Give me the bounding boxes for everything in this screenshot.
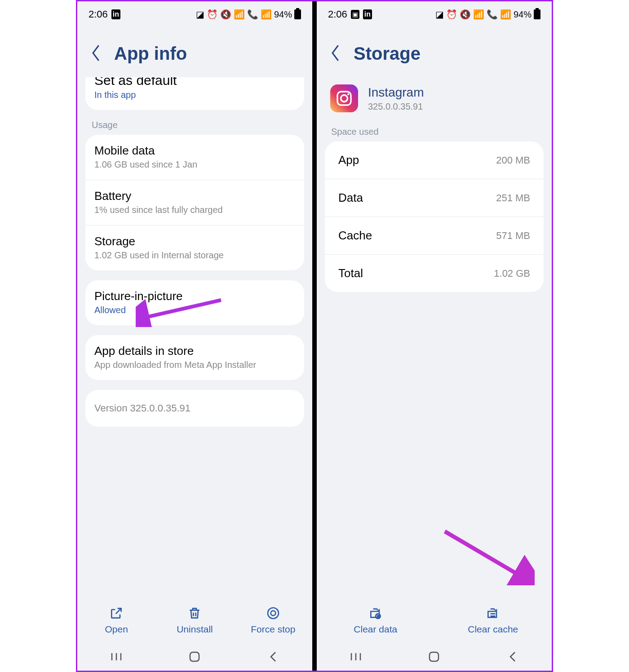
gallery-icon: ▣ — [351, 10, 359, 19]
phone-right: 2:06 ▣ in ◪ ⏰ 🔇 📶 📞 📶 94% Storage — [317, 1, 552, 671]
svg-line-10 — [445, 531, 521, 576]
app-name: Instagram — [368, 85, 424, 100]
clock: 2:06 — [328, 9, 347, 20]
linkedin-icon: in — [363, 9, 372, 19]
cache-size-row: Cache 571 MB — [325, 217, 544, 255]
store-card[interactable]: App details in store App downloaded from… — [85, 335, 304, 380]
status-bar: 2:06 ▣ in ◪ ⏰ 🔇 📶 📞 📶 94% — [317, 1, 552, 26]
signal-icon: 📶 — [261, 9, 272, 20]
defaults-card[interactable]: Set as default In this app — [85, 77, 304, 110]
back-nav-button[interactable] — [506, 650, 519, 663]
volte-icon: 📞 — [247, 9, 258, 20]
signal-icon: 📶 — [500, 9, 511, 20]
storage-row[interactable]: Storage 1.02 GB used in Internal storage — [85, 225, 304, 270]
battery-icon — [534, 9, 540, 19]
data-size-row: Data 251 MB — [325, 179, 544, 217]
battery-row[interactable]: Battery 1% used since last fully charged — [85, 180, 304, 225]
svg-point-8 — [341, 95, 348, 102]
battery-percent: 94% — [274, 9, 292, 20]
instagram-icon — [330, 84, 358, 112]
pip-card[interactable]: Picture-in-picture Allowed — [85, 280, 304, 325]
force-stop-button[interactable]: Force stop — [237, 606, 309, 635]
page-title: Storage — [354, 44, 421, 64]
annotation-arrow — [440, 527, 535, 587]
defaults-sub: In this app — [94, 90, 295, 100]
clear-cache-button[interactable]: Clear cache — [437, 606, 549, 635]
svg-point-9 — [347, 93, 349, 95]
status-bar: 2:06 in ◪ ⏰ 🔇 📶 📞 📶 94% — [77, 1, 312, 26]
clear-data-button[interactable]: Clear data — [319, 606, 432, 635]
battery-saver-icon: ◪ — [435, 9, 444, 20]
home-button[interactable] — [427, 650, 441, 663]
app-header: Instagram 325.0.0.35.91 — [317, 77, 552, 127]
app-version: 325.0.0.35.91 — [368, 102, 424, 112]
svg-point-2 — [270, 611, 275, 616]
clock: 2:06 — [89, 9, 108, 20]
mobile-data-row[interactable]: Mobile data 1.06 GB used since 1 Jan — [85, 135, 304, 180]
alarm-icon: ⏰ — [207, 9, 218, 20]
mute-icon: 🔇 — [460, 9, 471, 20]
back-button[interactable] — [90, 44, 102, 64]
total-size-row: Total 1.02 GB — [325, 255, 544, 292]
space-used-label: Space used — [317, 127, 552, 141]
volte-icon: 📞 — [487, 9, 498, 20]
svg-rect-6 — [190, 652, 199, 661]
nav-bar — [77, 643, 312, 671]
back-button[interactable] — [329, 44, 341, 64]
action-bar: Open Uninstall Force stop — [77, 601, 312, 643]
usage-label: Usage — [77, 120, 312, 135]
header: Storage — [317, 26, 552, 77]
defaults-title: Set as default — [94, 77, 295, 88]
nav-bar — [317, 643, 552, 671]
usage-card: Mobile data 1.06 GB used since 1 Jan Bat… — [85, 135, 304, 270]
alarm-icon: ⏰ — [446, 9, 457, 20]
header: App info — [77, 26, 312, 77]
app-size-row: App 200 MB — [325, 141, 544, 179]
wifi-icon: 📶 — [234, 9, 245, 20]
back-nav-button[interactable] — [266, 650, 280, 663]
home-button[interactable] — [188, 650, 201, 663]
phone-left: 2:06 in ◪ ⏰ 🔇 📶 📞 📶 94% App info Set — [77, 1, 312, 671]
recents-button[interactable] — [110, 650, 123, 663]
wifi-icon: 📶 — [473, 9, 484, 20]
action-bar: Clear data Clear cache — [317, 601, 552, 643]
version-text: Version 325.0.0.35.91 — [94, 402, 295, 414]
space-card: App 200 MB Data 251 MB Cache 571 MB Tota… — [325, 141, 544, 292]
version-card: Version 325.0.0.35.91 — [85, 390, 304, 427]
svg-rect-15 — [430, 652, 439, 661]
mute-icon: 🔇 — [220, 9, 231, 20]
battery-icon — [294, 9, 301, 19]
open-button[interactable]: Open — [80, 606, 152, 635]
uninstall-button[interactable]: Uninstall — [159, 606, 230, 635]
svg-point-1 — [268, 608, 279, 619]
battery-percent: 94% — [514, 9, 532, 20]
linkedin-icon: in — [111, 9, 120, 19]
recents-button[interactable] — [349, 650, 363, 663]
battery-saver-icon: ◪ — [196, 9, 204, 20]
page-title: App info — [114, 44, 187, 64]
